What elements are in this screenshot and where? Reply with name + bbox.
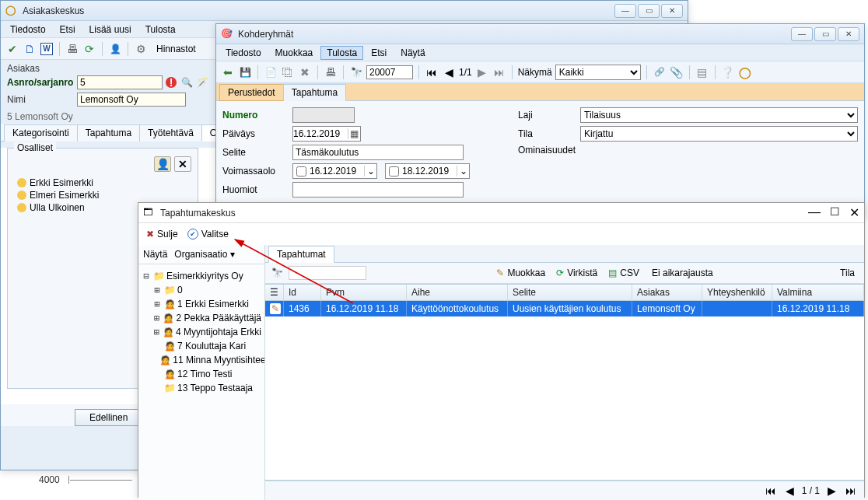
nakyma-select[interactable]: Kaikki: [555, 65, 641, 80]
print-icon[interactable]: [324, 65, 338, 79]
tree-item[interactable]: ⊞4 Myyntijohtaja Erkki: [152, 325, 261, 339]
expander-icon[interactable]: ⊞: [152, 285, 162, 295]
menu-tiedosto[interactable]: Tiedosto: [219, 46, 268, 60]
expander-icon[interactable]: ⊟: [142, 271, 151, 281]
calendar-icon[interactable]: [348, 128, 360, 139]
link-icon[interactable]: [653, 65, 667, 79]
tree-item[interactable]: 12 Timo Testi: [152, 367, 261, 381]
tab-kategorisointi[interactable]: Kategorisointi: [4, 124, 78, 142]
tree-root[interactable]: ⊟ Esimerkkiyritys Oy: [142, 269, 261, 283]
menu-lisaa-uusi[interactable]: Lisää uusi: [83, 23, 138, 37]
valitse-button[interactable]: Valitse: [184, 227, 232, 241]
warning-icon[interactable]: [164, 75, 178, 89]
voim-from-field[interactable]: ⌄: [292, 163, 377, 179]
layout-icon[interactable]: ▤: [695, 65, 709, 79]
huomiot-input[interactable]: [292, 182, 464, 198]
close-button[interactable]: [838, 27, 859, 41]
min-button[interactable]: [614, 4, 636, 18]
nimi-input[interactable]: [77, 93, 186, 107]
osallinen-row[interactable]: Erkki Esimerkki: [14, 177, 191, 189]
max-button[interactable]: [638, 4, 660, 18]
menu-tulosta[interactable]: Tulosta: [139, 23, 182, 37]
word-icon[interactable]: [40, 42, 54, 56]
expander-icon[interactable]: [152, 341, 162, 351]
attachment-icon[interactable]: 📎: [670, 65, 684, 79]
gear-icon[interactable]: [134, 42, 148, 56]
pager-last[interactable]: ⏭: [844, 484, 858, 497]
grid-row[interactable]: ✎143616.12.2019 11.18Käyttöönottokoulutu…: [265, 301, 864, 316]
copy-icon[interactable]: [281, 65, 295, 79]
new-icon[interactable]: [264, 65, 278, 79]
print-icon[interactable]: [65, 42, 79, 56]
virkista-button[interactable]: Virkistä: [553, 266, 600, 280]
tree-item[interactable]: ⊞0: [152, 283, 261, 297]
tree-item[interactable]: 11 Minna Myyntisihteeri: [152, 353, 261, 367]
expander-icon[interactable]: [152, 369, 162, 379]
nav-first-icon[interactable]: [425, 65, 439, 79]
refresh-icon[interactable]: [82, 42, 96, 56]
paivays-input[interactable]: [293, 128, 348, 139]
nav-last-icon[interactable]: [492, 65, 506, 79]
check-icon[interactable]: [5, 42, 19, 56]
max-button[interactable]: ☐: [830, 205, 840, 220]
voim-from-checkbox[interactable]: [296, 166, 306, 177]
wizard-icon[interactable]: [195, 75, 209, 89]
voim-to-checkbox[interactable]: [389, 166, 399, 177]
expander-icon[interactable]: [152, 383, 162, 393]
grid-col-header[interactable]: Valmiina: [772, 285, 864, 300]
min-button[interactable]: [791, 27, 813, 41]
tree-item[interactable]: 7 Kouluttaja Kari: [152, 339, 261, 353]
menu-etsi[interactable]: Etsi: [365, 46, 393, 60]
grid-search-input[interactable]: [289, 266, 366, 280]
tab-tapahtuma[interactable]: Tapahtuma: [77, 124, 140, 142]
muokkaa-button[interactable]: Muokkaa: [493, 266, 548, 280]
laji-select[interactable]: Tilaisuus: [580, 107, 858, 123]
grid-col-header[interactable]: Aihe: [407, 285, 508, 300]
max-button[interactable]: [814, 27, 836, 41]
tila-select[interactable]: Kirjattu: [580, 126, 858, 142]
doc-icon[interactable]: [23, 42, 37, 56]
remove-person-button[interactable]: ✕: [174, 156, 191, 172]
binoculars-icon[interactable]: [349, 65, 363, 79]
chevron-down-icon[interactable]: ⌄: [457, 166, 469, 177]
osallinen-row[interactable]: Elmeri Esimerkki: [14, 189, 191, 201]
voim-from-input[interactable]: [310, 166, 364, 177]
back-icon[interactable]: [221, 65, 235, 79]
expander-icon[interactable]: [152, 355, 158, 365]
close-button[interactable]: [661, 4, 683, 18]
save-icon[interactable]: [238, 65, 252, 79]
menu-tulosta[interactable]: Tulosta: [320, 46, 363, 60]
expander-icon[interactable]: ⊞: [152, 299, 162, 309]
organisaatio-dropdown[interactable]: Organisaatio ▾: [169, 247, 240, 261]
asnro-input[interactable]: [77, 75, 163, 89]
tree-item[interactable]: ⊞2 Pekka Pääkäyttäjä: [152, 311, 261, 325]
menu-etsi[interactable]: Etsi: [54, 23, 82, 37]
tab-perustiedot[interactable]: Perustiedot: [219, 84, 284, 101]
search-icon[interactable]: [180, 75, 194, 89]
expander-icon[interactable]: ⊞: [152, 327, 161, 337]
grid-col-header[interactable]: Pvm: [321, 285, 407, 300]
add-person-button[interactable]: [154, 156, 171, 172]
record-no-input[interactable]: [366, 65, 413, 79]
tree-item[interactable]: 13 Teppo Testaaja: [152, 381, 261, 395]
csv-button[interactable]: CSV: [605, 266, 642, 280]
min-button[interactable]: —: [808, 205, 821, 220]
grid-col-header[interactable]: Asiakas: [632, 285, 702, 300]
delete-icon[interactable]: [298, 65, 312, 79]
nav-next-icon[interactable]: [475, 65, 489, 79]
voim-to-field[interactable]: ⌄: [385, 163, 470, 179]
close-button[interactable]: ✕: [849, 205, 859, 220]
binoculars-icon[interactable]: [270, 266, 284, 280]
pager-prev[interactable]: ◀: [784, 484, 796, 497]
pager-first[interactable]: ⏮: [764, 484, 778, 497]
grid-col-header[interactable]: Yhteyshenkilö: [702, 285, 772, 300]
expander-icon[interactable]: ⊞: [152, 313, 161, 323]
voim-to-input[interactable]: [402, 166, 457, 177]
menu-muokkaa[interactable]: Muokkaa: [269, 46, 320, 60]
help-icon[interactable]: [721, 65, 735, 79]
tab-tyotehtava[interactable]: Työtehtävä: [139, 124, 202, 142]
edellinen-button[interactable]: Edellinen: [75, 409, 142, 426]
ring-icon[interactable]: [738, 65, 752, 79]
person-icon[interactable]: [108, 42, 122, 56]
no-time-filter-label[interactable]: Ei aikarajausta: [652, 267, 713, 278]
